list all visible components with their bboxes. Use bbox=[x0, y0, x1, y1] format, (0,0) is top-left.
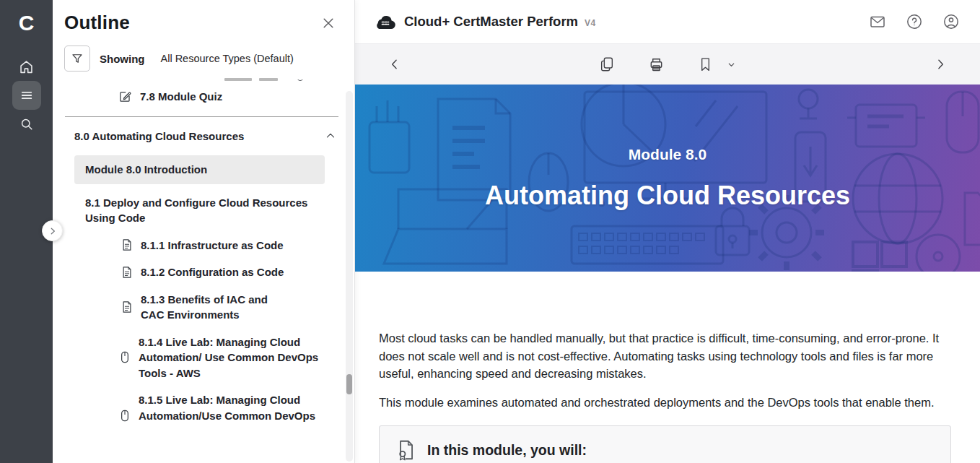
chevron-down-icon bbox=[727, 60, 736, 69]
close-icon bbox=[321, 16, 336, 30]
certificate-icon bbox=[395, 438, 416, 462]
help-icon bbox=[906, 13, 923, 30]
bookmark-icon bbox=[698, 56, 713, 73]
outline-scrollbar-thumb[interactable] bbox=[346, 374, 352, 394]
course-version: V4 bbox=[585, 18, 596, 28]
outline-item-label: 8.1.3 Benefits of IAC and CAC Environmen… bbox=[141, 292, 268, 323]
outline-item-module-8-0-introduction[interactable]: Module 8.0 Introduction bbox=[74, 155, 325, 184]
clipped-text-fragment bbox=[259, 78, 278, 81]
tech-pattern-art bbox=[355, 85, 980, 272]
mouse-lab-icon bbox=[119, 409, 131, 423]
bookmark-group bbox=[698, 56, 736, 73]
intro-paragraph-2: This module examines automated and orche… bbox=[379, 394, 951, 412]
account-button[interactable] bbox=[942, 13, 960, 30]
comptia-logo: C bbox=[19, 3, 35, 43]
menu-icon bbox=[19, 88, 34, 103]
close-outline-button[interactable] bbox=[318, 13, 338, 33]
outline-tree: 7.8 Module Quiz 8.0 Automating Cloud Res… bbox=[53, 76, 354, 426]
module-number: Module 8.0 bbox=[629, 146, 707, 163]
main-area: Cloud+ CertMaster Perform V4 bbox=[355, 0, 980, 463]
outline-menu-button[interactable] bbox=[12, 81, 41, 110]
outline-item-label: 8.1 Deploy and Configure Cloud Resources… bbox=[85, 195, 312, 226]
help-button[interactable] bbox=[906, 13, 923, 30]
cloud-icon bbox=[375, 14, 395, 30]
course-brand: Cloud+ CertMaster Perform V4 bbox=[375, 14, 596, 30]
outline-item-8-1[interactable]: 8.1 Deploy and Configure Cloud Resources… bbox=[85, 195, 312, 226]
app-window: C Outline bbox=[0, 0, 980, 463]
outline-section-label: 8.0 Automating Cloud Resources bbox=[74, 129, 316, 144]
outline-item-8-1-2[interactable]: 8.1.2 Configuration as Code bbox=[121, 264, 325, 280]
outline-scrollbar[interactable] bbox=[346, 91, 353, 462]
clipped-chevron-fragment bbox=[297, 76, 304, 81]
next-page-button[interactable] bbox=[933, 57, 948, 72]
header-actions bbox=[869, 13, 960, 30]
lesson-content: Most cloud tasks can be handled manually… bbox=[355, 272, 980, 463]
outline-item-label: Module 8.0 Introduction bbox=[85, 162, 207, 178]
outline-item-label: 8.1.4 Live Lab: Managing Cloud Automatio… bbox=[139, 334, 325, 381]
outline-item-8-1-4[interactable]: 8.1.4 Live Lab: Managing Cloud Automatio… bbox=[119, 334, 325, 381]
toolbar-center-group bbox=[599, 56, 736, 73]
module-hero-banner: Module 8.0 Automating Cloud Resources bbox=[355, 85, 980, 272]
outline-item-label: 8.1.5 Live Lab: Managing Cloud Automatio… bbox=[139, 392, 325, 426]
print-button[interactable] bbox=[648, 56, 665, 73]
search-icon bbox=[19, 117, 34, 131]
filter-button[interactable] bbox=[64, 46, 90, 72]
outline-item-label: 8.1.2 Configuration as Code bbox=[141, 264, 284, 280]
callout-title: In this module, you will: bbox=[427, 442, 587, 459]
outline-item-module-quiz[interactable]: 7.8 Module Quiz bbox=[118, 89, 337, 105]
home-button[interactable] bbox=[12, 52, 41, 81]
print-icon bbox=[648, 56, 665, 73]
filter-funnel-icon bbox=[71, 52, 84, 65]
quiz-edit-icon bbox=[118, 90, 132, 103]
outline-panel-title: Outline bbox=[64, 12, 130, 34]
outline-section-8-0[interactable]: 8.0 Automating Cloud Resources bbox=[74, 129, 337, 144]
outline-divider bbox=[65, 116, 338, 117]
resource-filter-row: Showing All Resource Types (Default) bbox=[64, 46, 354, 72]
chevron-right-icon bbox=[48, 226, 58, 236]
copy-icon bbox=[599, 56, 615, 73]
course-title: Cloud+ CertMaster Perform bbox=[404, 14, 578, 30]
account-icon bbox=[942, 13, 960, 30]
panel-expand-button[interactable] bbox=[42, 220, 63, 241]
document-icon bbox=[121, 266, 133, 279]
course-header: Cloud+ CertMaster Perform V4 bbox=[355, 0, 980, 44]
clipped-text-fragment bbox=[224, 78, 252, 81]
chevron-right-icon bbox=[933, 57, 948, 72]
module-title: Automating Cloud Resources bbox=[485, 181, 850, 211]
outline-item-8-1-1[interactable]: 8.1.1 Infrastructure as Code bbox=[121, 238, 325, 254]
previous-page-button[interactable] bbox=[388, 57, 402, 72]
chevron-up-icon[interactable] bbox=[324, 129, 337, 142]
outline-item-label: 7.8 Module Quiz bbox=[140, 89, 222, 105]
intro-paragraph-1: Most cloud tasks can be handled manually… bbox=[379, 329, 951, 383]
lesson-toolbar bbox=[355, 44, 980, 85]
outline-item-8-1-5[interactable]: 8.1.5 Live Lab: Managing Cloud Automatio… bbox=[119, 392, 325, 426]
outline-item-label: 8.1.1 Infrastructure as Code bbox=[141, 238, 284, 254]
mouse-lab-icon bbox=[119, 350, 131, 364]
document-icon bbox=[121, 238, 133, 251]
rail-buttons bbox=[12, 52, 41, 139]
module-objectives-callout: In this module, you will: bbox=[379, 425, 951, 463]
clipped-outline-row bbox=[224, 76, 354, 83]
document-icon bbox=[121, 300, 133, 313]
bookmark-button[interactable] bbox=[698, 56, 713, 73]
home-icon bbox=[19, 59, 34, 74]
copy-button[interactable] bbox=[599, 56, 615, 73]
mail-icon bbox=[869, 13, 886, 30]
messages-button[interactable] bbox=[869, 13, 886, 30]
search-button[interactable] bbox=[12, 110, 41, 139]
outline-panel: Outline Showing All Resource Types (Defa… bbox=[53, 0, 355, 463]
filter-current-value: All Resource Types (Default) bbox=[161, 53, 294, 64]
chevron-left-icon bbox=[388, 57, 402, 72]
filter-showing-label: Showing bbox=[100, 53, 145, 65]
outline-item-8-1-3[interactable]: 8.1.3 Benefits of IAC and CAC Environmen… bbox=[121, 292, 268, 323]
bookmark-menu-button[interactable] bbox=[727, 60, 736, 69]
